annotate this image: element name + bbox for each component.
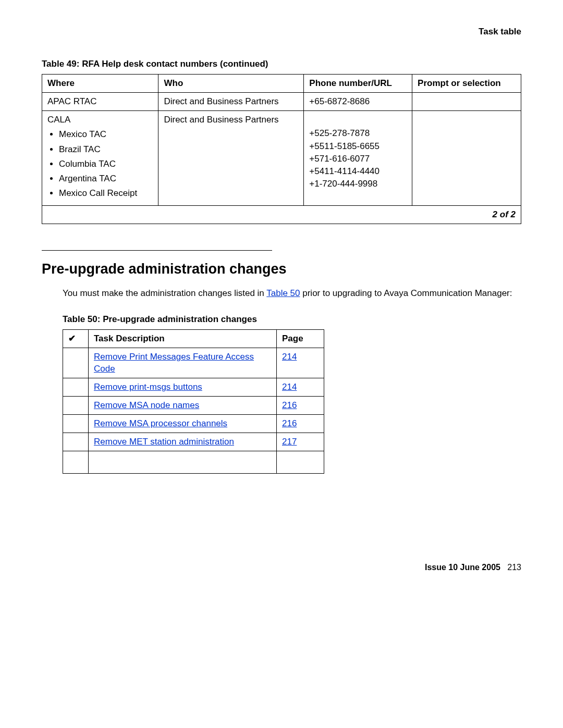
desc-cell (89, 451, 277, 473)
task-link[interactable]: Remove MSA node names (94, 400, 199, 410)
page-cell: 217 (277, 433, 324, 451)
list-item: Argentina TAC (59, 173, 153, 184)
check-cell (63, 451, 89, 473)
table49-header-row: Where Who Phone number/URL Prompt or sel… (42, 75, 521, 93)
desc-cell: Remove Print Messages Feature Access Cod… (89, 348, 277, 378)
cell-prompt (412, 111, 521, 206)
table-row: Remove print-msgs buttons 214 (63, 378, 324, 396)
cell-who: Direct and Business Partners (158, 111, 304, 206)
phone-item: +571-616-6077 (309, 153, 407, 165)
table-row: Remove MSA node names 216 (63, 396, 324, 414)
table49-pager: 2 of 2 (42, 205, 521, 224)
table-row: APAC RTAC Direct and Business Partners +… (42, 93, 521, 111)
phone-item (309, 115, 407, 127)
table49: Where Who Phone number/URL Prompt or sel… (42, 74, 521, 224)
check-cell (63, 433, 89, 451)
table49-col-phone: Phone number/URL (304, 75, 412, 93)
page-footer: Issue 10 June 2005 213 (42, 562, 521, 573)
check-cell (63, 378, 89, 396)
phone-item: +1-720-444-9998 (309, 178, 407, 190)
phone-item: +525-278-7878 (309, 128, 407, 139)
table49-col-prompt: Prompt or selection (412, 75, 521, 93)
task-link[interactable]: Remove MSA processor channels (94, 418, 227, 428)
phone-item: +5511-5185-6655 (309, 141, 407, 152)
table50-header-row: ✔ Task Description Page (63, 330, 324, 348)
check-cell (63, 414, 89, 433)
table49-caption: Table 49: RFA Help desk contact numbers … (42, 58, 521, 70)
page-link[interactable]: 214 (282, 352, 297, 362)
table50-caption: Table 50: Pre-upgrade administration cha… (63, 314, 521, 325)
table50: ✔ Task Description Page Remove Print Mes… (63, 329, 324, 474)
page-link[interactable]: 217 (282, 437, 297, 447)
cala-head: CALA (47, 114, 153, 126)
table-row: Remove MSA processor channels 216 (63, 414, 324, 433)
table50-link[interactable]: Table 50 (266, 288, 300, 298)
table-row: CALA Mexico TAC Brazil TAC Columbia TAC … (42, 111, 521, 206)
check-cell (63, 396, 89, 414)
para-pre: You must make the administration changes… (63, 288, 266, 298)
section-label: Task table (42, 26, 521, 38)
cell-phone: +525-278-7878 +5511-5185-6655 +571-616-6… (304, 111, 412, 206)
task-link[interactable]: Remove print-msgs buttons (94, 382, 202, 392)
table49-pager-row: 2 of 2 (42, 205, 521, 224)
page-cell: 216 (277, 414, 324, 433)
page-cell: 214 (277, 348, 324, 378)
table50-col-desc: Task Description (89, 330, 277, 348)
cell-prompt (412, 93, 521, 111)
para-post: prior to upgrading to Avaya Communicatio… (300, 288, 512, 298)
section-title: Pre-upgrade administration changes (42, 260, 521, 278)
cell-where: APAC RTAC (42, 93, 158, 111)
page-link[interactable]: 214 (282, 382, 297, 392)
table49-col-where: Where (42, 75, 158, 93)
task-link[interactable]: Remove MET station administration (94, 437, 234, 447)
page-link[interactable]: 216 (282, 418, 297, 428)
table49-col-who: Who (158, 75, 304, 93)
table50-col-page: Page (277, 330, 324, 348)
table-row: Remove Print Messages Feature Access Cod… (63, 348, 324, 378)
desc-cell: Remove MSA node names (89, 396, 277, 414)
desc-cell: Remove print-msgs buttons (89, 378, 277, 396)
list-item: Mexico Call Receipt (59, 188, 153, 199)
page-cell (277, 451, 324, 473)
page-link[interactable]: 216 (282, 400, 297, 410)
desc-cell: Remove MET station administration (89, 433, 277, 451)
cala-bullets: Mexico TAC Brazil TAC Columbia TAC Argen… (47, 129, 153, 199)
phone-item: +5411-4114-4440 (309, 166, 407, 177)
check-cell (63, 348, 89, 378)
task-link[interactable]: Remove Print Messages Feature Access Cod… (94, 352, 254, 373)
page-cell: 216 (277, 396, 324, 414)
footer-page: 213 (507, 563, 521, 572)
list-item: Brazil TAC (59, 144, 153, 155)
intro-paragraph: You must make the administration changes… (63, 288, 521, 299)
table-row: Remove MET station administration 217 (63, 433, 324, 451)
desc-cell: Remove MSA processor channels (89, 414, 277, 433)
section-rule (42, 250, 272, 251)
page-cell: 214 (277, 378, 324, 396)
list-item: Columbia TAC (59, 158, 153, 170)
table50-col-check: ✔ (63, 330, 89, 348)
list-item: Mexico TAC (59, 129, 153, 140)
table-row (63, 451, 324, 473)
cell-where: CALA Mexico TAC Brazil TAC Columbia TAC … (42, 111, 158, 206)
cell-phone: +65-6872-8686 (304, 93, 412, 111)
footer-issue: Issue 10 June 2005 (425, 563, 500, 572)
cell-who: Direct and Business Partners (158, 93, 304, 111)
